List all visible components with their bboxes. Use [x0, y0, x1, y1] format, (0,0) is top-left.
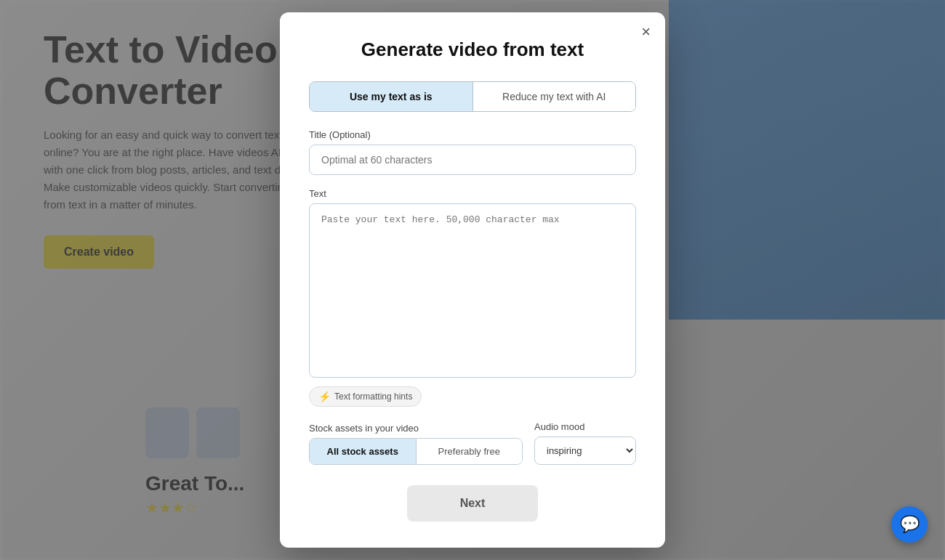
stock-assets-label: Stock assets in your video	[309, 423, 523, 434]
chat-icon: 💬	[900, 515, 920, 534]
text-field-label: Text	[309, 188, 636, 199]
stock-assets-section: Stock assets in your video All stock ass…	[309, 423, 523, 465]
asset-toggle: All stock assets Preferably free	[309, 438, 523, 465]
title-field-label: Title (Optional)	[309, 129, 636, 140]
text-area[interactable]	[309, 203, 636, 378]
formatting-hints-icon: ⚡	[318, 391, 331, 402]
text-area-wrapper	[309, 203, 636, 381]
asset-btn-free[interactable]: Preferably free	[417, 439, 523, 464]
title-input[interactable]	[309, 145, 636, 175]
audio-mood-label: Audio mood	[534, 421, 636, 432]
chat-bubble[interactable]: 💬	[891, 506, 928, 543]
tab-reduce-ai[interactable]: Reduce my text with AI	[473, 82, 636, 111]
tab-group: Use my text as is Reduce my text with AI	[309, 81, 636, 112]
close-button[interactable]: ×	[641, 24, 651, 40]
formatting-hints-button[interactable]: ⚡ Text formatting hints	[309, 386, 422, 407]
formatting-hints-label: Text formatting hints	[334, 391, 412, 402]
modal-overlay: × Generate video from text Use my text a…	[0, 0, 945, 560]
audio-mood-section: Audio mood inspiring calm energetic dram…	[534, 421, 636, 465]
tab-use-as-is[interactable]: Use my text as is	[310, 82, 473, 111]
audio-mood-select[interactable]: inspiring calm energetic dramatic upbeat	[534, 437, 636, 465]
modal-title: Generate video from text	[309, 38, 636, 61]
next-button[interactable]: Next	[407, 485, 538, 522]
modal-container: × Generate video from text Use my text a…	[280, 12, 665, 548]
bottom-controls: Stock assets in your video All stock ass…	[309, 421, 636, 465]
asset-btn-all[interactable]: All stock assets	[310, 439, 417, 464]
